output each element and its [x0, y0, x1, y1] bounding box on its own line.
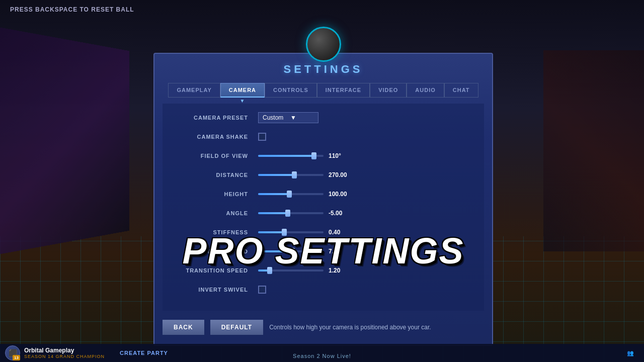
avatar-container: ⬛ 13	[5, 345, 20, 360]
settings-content: CAMERA PRESET Custom ▼ CAMERA SHAKE FIEL…	[163, 104, 484, 311]
transition-speed-slider-container: 1.20	[258, 267, 469, 274]
stiffness-label: STIFFNESS	[178, 229, 248, 235]
height-slider-track[interactable]	[258, 193, 324, 195]
stiffness-slider-fill	[258, 231, 284, 233]
fov-row: FIELD OF VIEW 110°	[178, 150, 469, 162]
camera-shake-checkbox[interactable]	[258, 133, 266, 141]
fov-label: FIELD OF VIEW	[178, 153, 248, 159]
player-season-rank: SEASON 14 GRAND CHAMPION	[24, 354, 105, 359]
transition-speed-value: 1.20	[329, 267, 354, 274]
angle-slider-track[interactable]	[258, 212, 324, 214]
tab-interface[interactable]: INTERFACE	[317, 83, 370, 98]
stiffness-row: STIFFNESS 0.40	[178, 226, 469, 238]
camera-preset-row: CAMERA PRESET Custom ▼	[178, 112, 469, 124]
bottom-bar: BACK DEFAULT Controls how high your came…	[154, 315, 492, 335]
backspace-notice: PRESS BACKSPACE TO RESET BALL	[10, 6, 134, 13]
distance-label: DISTANCE	[178, 172, 248, 178]
tab-chat[interactable]: CHAT	[444, 83, 478, 98]
preset-value: Custom	[263, 114, 286, 121]
angle-label: ANGLE	[178, 210, 248, 216]
stiffness-slider-thumb[interactable]	[282, 229, 287, 236]
swivel-speed-label: SWIVEL SPEED	[178, 248, 248, 254]
right-wall	[543, 50, 644, 251]
height-slider-thumb[interactable]	[287, 191, 292, 198]
camera-preset-dropdown[interactable]: Custom ▼	[258, 112, 318, 123]
friends-icon[interactable]: 👥	[627, 350, 634, 356]
swivel-speed-row: SWIVEL SPEED 7.00	[178, 245, 469, 257]
height-slider-fill	[258, 193, 289, 195]
camera-shake-label: CAMERA SHAKE	[178, 134, 248, 140]
fov-slider-fill	[258, 155, 314, 157]
distance-value: 270.00	[329, 171, 354, 178]
fov-slider-container: 110°	[258, 152, 469, 159]
create-party-button[interactable]: CREATE PARTY	[120, 350, 168, 356]
height-value: 100.00	[329, 191, 354, 198]
help-text: Controls how high your camera is positio…	[269, 324, 484, 331]
tabs-row: GAMEPLAY CAMERA CONTROLS INTERFACE VIDEO…	[154, 83, 492, 98]
angle-slider-container: -5.00	[258, 210, 469, 217]
transition-speed-label: TRANSITION SPEED	[178, 267, 248, 274]
angle-row: ANGLE -5.00	[178, 207, 469, 219]
transition-speed-slider-track[interactable]	[258, 269, 324, 272]
angle-slider-fill	[258, 212, 288, 214]
tab-gameplay[interactable]: GAMEPLAY	[168, 83, 220, 98]
tab-audio[interactable]: AUDIO	[407, 83, 444, 98]
distance-slider-thumb[interactable]	[292, 171, 297, 178]
tab-video[interactable]: VIDEO	[370, 83, 407, 98]
swivel-speed-slider-track[interactable]	[258, 250, 324, 252]
swivel-speed-value: 7.00	[329, 248, 354, 255]
distance-row: DISTANCE 270.00	[178, 169, 469, 181]
tab-camera[interactable]: CAMERA	[220, 83, 265, 98]
stiffness-slider-track[interactable]	[258, 231, 324, 233]
stiffness-slider-container: 0.40	[258, 229, 469, 236]
player-name-area: Orbital Gameplay SEASON 14 GRAND CHAMPIO…	[24, 347, 105, 359]
swivel-speed-slider-fill	[258, 250, 292, 252]
distance-slider-container: 270.00	[258, 171, 469, 178]
camera-shake-row: CAMERA SHAKE	[178, 131, 469, 143]
fov-slider-track[interactable]	[258, 155, 324, 157]
invert-swivel-label: INVERT SWIVEL	[178, 287, 248, 293]
tab-controls[interactable]: CONTROLS	[265, 83, 317, 98]
default-button[interactable]: DEFAULT	[210, 320, 263, 335]
swivel-speed-slider-container: 7.00	[258, 248, 469, 255]
ball-decoration	[306, 27, 341, 62]
height-row: HEIGHT 100.00	[178, 188, 469, 200]
season-notice: Season 2 Now Live!	[293, 353, 351, 359]
fov-slider-thumb[interactable]	[311, 152, 316, 159]
distance-slider-fill	[258, 174, 294, 176]
left-wall	[0, 27, 129, 255]
invert-swivel-row: INVERT SWIVEL	[178, 284, 469, 296]
fov-value: 110°	[329, 152, 354, 159]
back-button[interactable]: BACK	[163, 320, 204, 335]
stiffness-value: 0.40	[329, 229, 354, 236]
invert-swivel-checkbox[interactable]	[258, 286, 266, 294]
swivel-speed-slider-thumb[interactable]	[290, 248, 295, 255]
rank-badge: 13	[13, 355, 20, 360]
height-label: HEIGHT	[178, 191, 248, 197]
transition-speed-row: TRANSITION SPEED 1.20	[178, 264, 469, 277]
settings-panel: SETTINGS GAMEPLAY CAMERA CONTROLS INTERF…	[153, 53, 493, 346]
player-info: ⬛ 13 Orbital Gameplay SEASON 14 GRAND CH…	[5, 345, 105, 360]
distance-slider-track[interactable]	[258, 174, 324, 176]
status-bar: ⬛ 13 Orbital Gameplay SEASON 14 GRAND CH…	[0, 344, 644, 362]
angle-slider-thumb[interactable]	[285, 210, 290, 217]
transition-speed-slider-thumb[interactable]	[267, 267, 272, 274]
player-name: Orbital Gameplay	[24, 347, 105, 354]
height-slider-container: 100.00	[258, 191, 469, 198]
dropdown-arrow-icon: ▼	[290, 114, 314, 121]
angle-value: -5.00	[329, 210, 354, 217]
camera-preset-label: CAMERA PRESET	[178, 115, 248, 121]
